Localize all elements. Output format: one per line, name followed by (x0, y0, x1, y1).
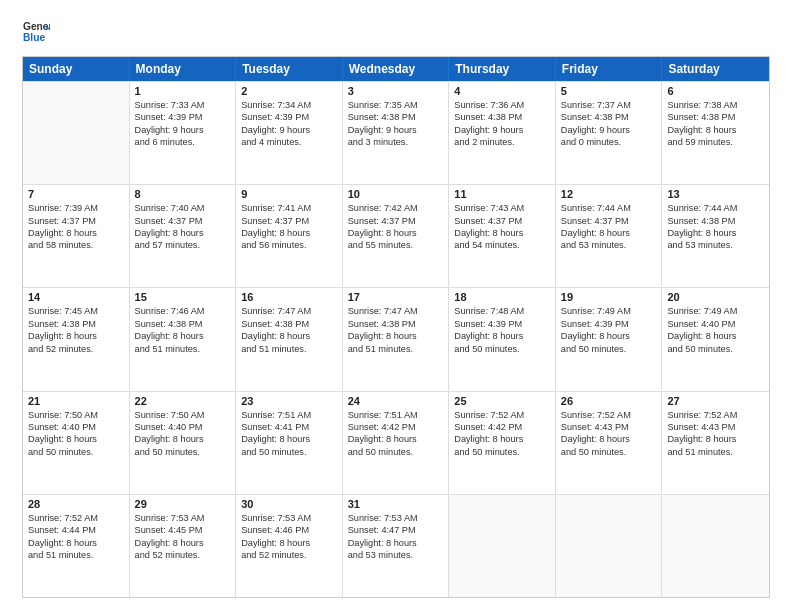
cell-info-line: Sunset: 4:40 PM (667, 318, 764, 330)
day-number: 22 (135, 395, 231, 407)
cell-info-line: Daylight: 8 hours (561, 227, 657, 239)
calendar-cell: 15Sunrise: 7:46 AMSunset: 4:38 PMDayligh… (130, 288, 237, 390)
calendar-cell: 4Sunrise: 7:36 AMSunset: 4:38 PMDaylight… (449, 82, 556, 184)
cell-info-line: and 57 minutes. (135, 239, 231, 251)
calendar-cell: 5Sunrise: 7:37 AMSunset: 4:38 PMDaylight… (556, 82, 663, 184)
calendar-header: SundayMondayTuesdayWednesdayThursdayFrid… (23, 57, 769, 81)
day-number: 21 (28, 395, 124, 407)
cell-info-line: Sunrise: 7:49 AM (667, 305, 764, 317)
day-number: 16 (241, 291, 337, 303)
cell-info-line: Sunset: 4:38 PM (667, 215, 764, 227)
day-number: 17 (348, 291, 444, 303)
calendar-row-5: 28Sunrise: 7:52 AMSunset: 4:44 PMDayligh… (23, 494, 769, 597)
cell-info-line: Sunrise: 7:50 AM (135, 409, 231, 421)
svg-text:General: General (23, 21, 50, 32)
cell-info-line: Daylight: 8 hours (28, 433, 124, 445)
calendar-cell: 12Sunrise: 7:44 AMSunset: 4:37 PMDayligh… (556, 185, 663, 287)
cell-info-line: and 4 minutes. (241, 136, 337, 148)
cell-info-line: and 59 minutes. (667, 136, 764, 148)
cell-info-line: Sunrise: 7:53 AM (348, 512, 444, 524)
header: General Blue (22, 18, 770, 46)
cell-info-line: and 51 minutes. (667, 446, 764, 458)
calendar-cell: 21Sunrise: 7:50 AMSunset: 4:40 PMDayligh… (23, 392, 130, 494)
cell-info-line: and 50 minutes. (135, 446, 231, 458)
cell-info-line: and 55 minutes. (348, 239, 444, 251)
day-number: 28 (28, 498, 124, 510)
cell-info-line: and 2 minutes. (454, 136, 550, 148)
cell-info-line: Sunset: 4:38 PM (561, 111, 657, 123)
cell-info-line: Sunrise: 7:43 AM (454, 202, 550, 214)
cell-info-line: Daylight: 8 hours (454, 227, 550, 239)
day-number: 25 (454, 395, 550, 407)
cell-info-line: Sunrise: 7:45 AM (28, 305, 124, 317)
day-number: 27 (667, 395, 764, 407)
cell-info-line: Sunrise: 7:39 AM (28, 202, 124, 214)
cell-info-line: and 50 minutes. (28, 446, 124, 458)
calendar-cell: 26Sunrise: 7:52 AMSunset: 4:43 PMDayligh… (556, 392, 663, 494)
calendar-cell: 3Sunrise: 7:35 AMSunset: 4:38 PMDaylight… (343, 82, 450, 184)
cell-info-line: Daylight: 8 hours (28, 537, 124, 549)
day-number: 13 (667, 188, 764, 200)
calendar-cell: 18Sunrise: 7:48 AMSunset: 4:39 PMDayligh… (449, 288, 556, 390)
cell-info-line: and 53 minutes. (348, 549, 444, 561)
cell-info-line: Sunrise: 7:52 AM (28, 512, 124, 524)
day-number: 3 (348, 85, 444, 97)
cell-info-line: Sunset: 4:38 PM (241, 318, 337, 330)
calendar-cell: 31Sunrise: 7:53 AMSunset: 4:47 PMDayligh… (343, 495, 450, 597)
day-number: 31 (348, 498, 444, 510)
calendar-cell: 24Sunrise: 7:51 AMSunset: 4:42 PMDayligh… (343, 392, 450, 494)
page: General Blue SundayMondayTuesdayWednesda… (0, 0, 792, 612)
calendar-cell: 6Sunrise: 7:38 AMSunset: 4:38 PMDaylight… (662, 82, 769, 184)
cell-info-line: Sunset: 4:47 PM (348, 524, 444, 536)
cell-info-line: Sunset: 4:39 PM (135, 111, 231, 123)
cell-info-line: Sunset: 4:38 PM (135, 318, 231, 330)
cell-info-line: Daylight: 8 hours (241, 537, 337, 549)
cell-info-line: and 52 minutes. (135, 549, 231, 561)
logo: General Blue (22, 18, 50, 46)
cell-info-line: and 50 minutes. (241, 446, 337, 458)
day-number: 18 (454, 291, 550, 303)
calendar-row-3: 14Sunrise: 7:45 AMSunset: 4:38 PMDayligh… (23, 287, 769, 390)
calendar-cell: 9Sunrise: 7:41 AMSunset: 4:37 PMDaylight… (236, 185, 343, 287)
day-header-monday: Monday (130, 57, 237, 81)
calendar-cell: 13Sunrise: 7:44 AMSunset: 4:38 PMDayligh… (662, 185, 769, 287)
cell-info-line: and 50 minutes. (561, 446, 657, 458)
cell-info-line: Daylight: 8 hours (135, 433, 231, 445)
calendar-row-4: 21Sunrise: 7:50 AMSunset: 4:40 PMDayligh… (23, 391, 769, 494)
cell-info-line: and 50 minutes. (561, 343, 657, 355)
day-number: 2 (241, 85, 337, 97)
cell-info-line: Sunset: 4:37 PM (241, 215, 337, 227)
cell-info-line: and 3 minutes. (348, 136, 444, 148)
cell-info-line: Sunset: 4:40 PM (135, 421, 231, 433)
calendar-body: 1Sunrise: 7:33 AMSunset: 4:39 PMDaylight… (23, 81, 769, 597)
cell-info-line: Daylight: 8 hours (667, 330, 764, 342)
cell-info-line: and 52 minutes. (28, 343, 124, 355)
cell-info-line: Daylight: 8 hours (28, 227, 124, 239)
cell-info-line: Sunset: 4:38 PM (28, 318, 124, 330)
cell-info-line: Daylight: 9 hours (561, 124, 657, 136)
cell-info-line: and 50 minutes. (454, 343, 550, 355)
cell-info-line: Daylight: 8 hours (561, 330, 657, 342)
cell-info-line: Sunrise: 7:38 AM (667, 99, 764, 111)
svg-text:Blue: Blue (23, 32, 46, 43)
cell-info-line: and 6 minutes. (135, 136, 231, 148)
day-number: 6 (667, 85, 764, 97)
cell-info-line: Sunset: 4:37 PM (135, 215, 231, 227)
cell-info-line: Daylight: 8 hours (135, 537, 231, 549)
day-header-saturday: Saturday (662, 57, 769, 81)
cell-info-line: Sunrise: 7:47 AM (241, 305, 337, 317)
cell-info-line: Sunset: 4:46 PM (241, 524, 337, 536)
calendar-cell: 7Sunrise: 7:39 AMSunset: 4:37 PMDaylight… (23, 185, 130, 287)
cell-info-line: Sunset: 4:37 PM (454, 215, 550, 227)
calendar-cell: 19Sunrise: 7:49 AMSunset: 4:39 PMDayligh… (556, 288, 663, 390)
cell-info-line: Sunrise: 7:53 AM (241, 512, 337, 524)
cell-info-line: and 51 minutes. (241, 343, 337, 355)
cell-info-line: Sunset: 4:45 PM (135, 524, 231, 536)
day-header-wednesday: Wednesday (343, 57, 450, 81)
cell-info-line: Daylight: 9 hours (241, 124, 337, 136)
calendar-cell: 29Sunrise: 7:53 AMSunset: 4:45 PMDayligh… (130, 495, 237, 597)
cell-info-line: Sunset: 4:38 PM (348, 318, 444, 330)
cell-info-line: Sunset: 4:37 PM (28, 215, 124, 227)
cell-info-line: Sunset: 4:42 PM (454, 421, 550, 433)
calendar-cell (556, 495, 663, 597)
